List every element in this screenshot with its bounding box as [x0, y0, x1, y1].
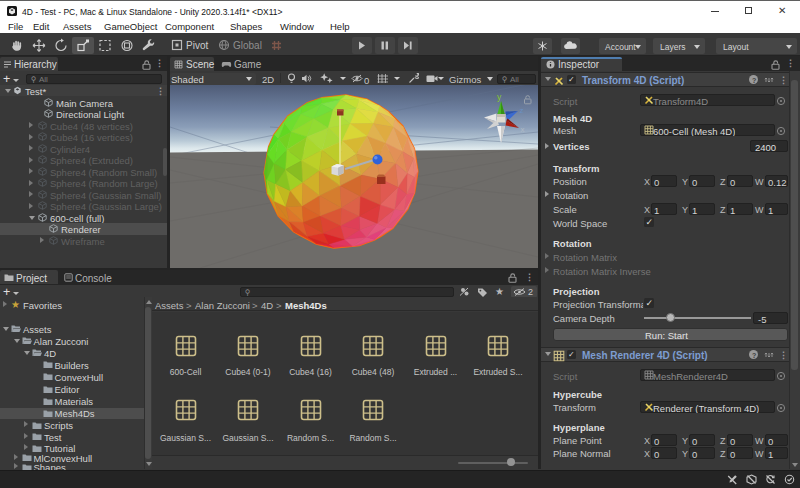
svg-text:x: x	[521, 125, 525, 134]
svg-text:z: z	[520, 106, 524, 115]
